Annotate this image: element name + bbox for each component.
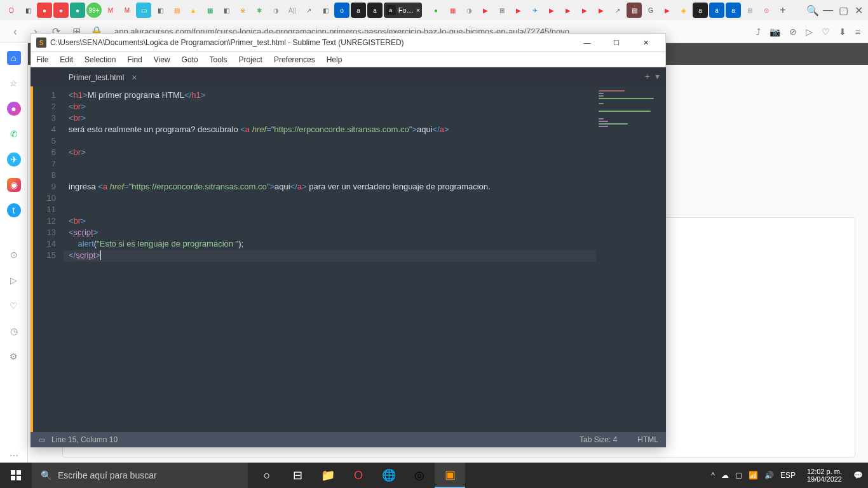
tab-icon[interactable]: a [709,3,724,18]
tab-menu-icon[interactable]: ▾ [655,71,660,81]
tab-icon[interactable]: ● [37,3,52,18]
camera-icon[interactable]: 📷 [770,27,780,37]
tab-icon[interactable]: ● [70,3,85,18]
sublime-titlebar[interactable]: S C:\Users\SENA\Documents\Logica de Prog… [31,33,666,52]
messenger-icon[interactable]: ● [7,102,21,116]
tab-icon[interactable]: ▶ [577,3,592,18]
tab-icon[interactable]: M [103,3,118,18]
home-icon[interactable]: ⌂ [7,51,21,65]
instagram-icon[interactable]: ◉ [7,178,21,192]
menu-goto[interactable]: Goto [182,55,198,64]
tab-icon[interactable]: a [693,3,708,18]
tab-icon[interactable]: ◑ [461,3,477,18]
taskbar-search[interactable]: 🔍 Escribe aquí para buscar [32,463,248,488]
tab-icon[interactable]: ⊞ [494,3,510,18]
tab-icon[interactable]: M [119,3,135,18]
status-syntax[interactable]: HTML [637,435,658,444]
tab-icon[interactable]: ▶ [660,3,675,18]
tab-icon[interactable]: a [351,3,366,18]
tab-icon[interactable]: ◈ [676,3,691,18]
tab-icon[interactable]: ◧ [318,3,333,18]
tab-icon[interactable]: ⊞ [742,3,757,18]
menu-edit[interactable]: Edit [60,55,73,64]
settings-icon[interactable]: ⚙ [7,349,21,363]
tab-active[interactable]: a Fo… × [384,3,422,18]
tray-notifications-icon[interactable]: 💬 [853,471,863,480]
task-copilot-icon[interactable]: ◎ [404,463,435,488]
star-icon[interactable]: ☆ [7,76,21,90]
tray-wifi-icon[interactable]: 📶 [749,471,758,480]
task-taskview-icon[interactable]: ⊟ [282,463,313,488]
task-sublime-icon[interactable]: ▣ [435,463,465,488]
tab-icon[interactable]: ▶ [560,3,576,18]
menu-file[interactable]: File [36,55,48,64]
tab-icon[interactable]: ▶ [511,3,526,18]
tab-icon[interactable]: ※ [235,3,250,18]
tab-icon[interactable]: ▶ [544,3,559,18]
start-button[interactable] [0,463,32,488]
tab-icon[interactable]: ● [428,3,444,18]
tray-onedrive-icon[interactable]: ☁ [721,471,729,480]
tab-icon[interactable]: ↗ [610,3,625,18]
tab-close-icon[interactable]: × [132,72,137,83]
menu-selection[interactable]: Selection [85,55,116,64]
task-cortana-icon[interactable]: ○ [252,463,282,488]
tab-icon[interactable]: ▤ [627,3,642,18]
close-icon[interactable]: ✕ [631,34,660,51]
tab-icon[interactable]: A|| [285,3,300,18]
tray-clock[interactable]: 12:02 p. m. 19/04/2022 [802,468,847,483]
tab-icon[interactable]: a [367,3,383,18]
tab-icon[interactable]: ▶ [593,3,609,18]
status-tabsize[interactable]: Tab Size: 4 [580,435,617,444]
code-area[interactable]: <h1>Mi primer programa HTML</h1> <br> <b… [64,86,596,432]
tab-icon[interactable]: ◧ [20,3,36,18]
tab-icon[interactable]: ◑ [268,3,283,18]
menu-find[interactable]: Find [127,55,142,64]
tab-icon[interactable]: ✈ [527,3,543,18]
tab-icon[interactable]: a [726,3,741,18]
tab-icon[interactable]: o [334,3,349,18]
menu-view[interactable]: View [154,55,170,64]
menu-tools[interactable]: Tools [210,55,227,64]
tab-icon[interactable]: ▭ [136,3,151,18]
tab-icon[interactable]: 99+ [86,3,102,18]
tab-icon[interactable]: ↗ [301,3,316,18]
menu-preferences[interactable]: Preferences [274,55,315,64]
maximize-icon[interactable]: ☐ [602,34,631,51]
minimize-icon[interactable]: — [573,34,602,51]
tab-icon[interactable]: ▦ [202,3,217,18]
new-tab-icon[interactable]: + [645,71,650,81]
heart-icon[interactable]: ♡ [822,27,830,37]
send-icon[interactable]: ▷ [806,27,813,37]
minimize-icon[interactable]: — [822,4,834,16]
history-icon[interactable]: ⊙ [7,248,21,262]
download-icon[interactable]: ⬇ [839,27,846,37]
tab-icon[interactable]: ▶ [478,3,493,18]
tab-icon[interactable]: ◧ [153,3,168,18]
menu-project[interactable]: Project [239,55,262,64]
shield-icon[interactable]: ⊘ [789,27,797,37]
screenshot-icon[interactable]: ⤴ [756,27,761,37]
back-icon[interactable]: ‹ [8,24,23,39]
twitter-icon[interactable]: t [7,203,21,217]
telegram-icon[interactable]: ✈ [7,152,21,166]
tab-icon[interactable]: G [643,3,658,18]
tray-lang[interactable]: ESP [780,471,796,480]
tray-battery-icon[interactable]: ▢ [735,471,742,480]
task-opera-icon[interactable]: O [343,463,374,488]
tray-chevron-icon[interactable]: ^ [711,471,715,480]
play-icon[interactable]: ▷ [7,273,21,287]
menu-icon[interactable]: ≡ [855,27,860,37]
clock-icon[interactable]: ◷ [7,324,21,338]
search-icon[interactable]: 🔍 [807,4,818,16]
tab-icon[interactable]: ● [53,3,69,18]
maximize-icon[interactable]: ▢ [837,4,849,16]
heart-icon[interactable]: ♡ [7,299,21,313]
tab-icon[interactable]: ◧ [219,3,234,18]
minimap[interactable] [596,86,666,432]
tab-icon[interactable]: ✱ [252,3,267,18]
opera-icon[interactable]: O [4,3,19,18]
tab-icon[interactable]: ▲ [186,3,201,18]
status-panel-icon[interactable]: ▭ [38,435,45,444]
task-explorer-icon[interactable]: 📁 [313,463,343,488]
